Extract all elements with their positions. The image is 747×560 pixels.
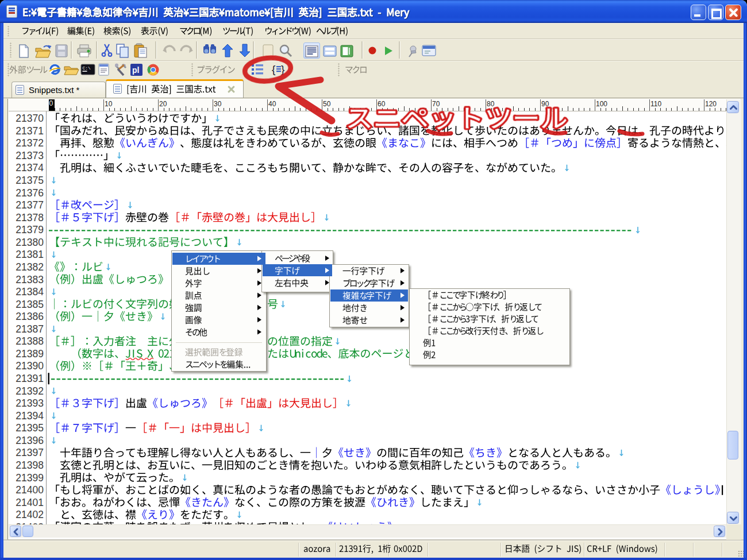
svg-text:C:\: C:\ [83,65,91,71]
svg-text:}: } [281,63,284,75]
svg-text:pl: pl [132,65,139,75]
svg-text:{: { [272,63,276,75]
